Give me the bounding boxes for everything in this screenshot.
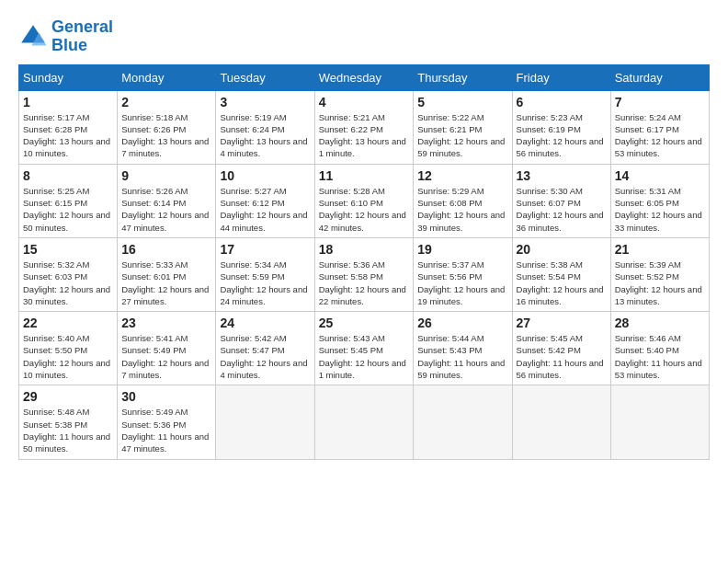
day-number: 27 [517, 316, 607, 330]
calendar-cell: 27Sunrise: 5:45 AMSunset: 5:42 PMDayligh… [512, 312, 610, 385]
day-number: 7 [615, 95, 705, 109]
calendar-cell: 5Sunrise: 5:22 AMSunset: 6:21 PMDaylight… [414, 90, 512, 164]
calendar-cell: 20Sunrise: 5:38 AMSunset: 5:54 PMDayligh… [512, 237, 610, 311]
calendar-header-row: SundayMondayTuesdayWednesdayThursdayFrid… [19, 64, 710, 90]
day-number: 4 [319, 95, 410, 109]
day-number: 10 [220, 168, 310, 183]
calendar-cell: 30Sunrise: 5:49 AMSunset: 5:36 PMDayligh… [118, 385, 216, 459]
day-info: Sunrise: 5:38 AMSunset: 5:54 PMDaylight:… [517, 259, 607, 307]
day-info: Sunrise: 5:24 AMSunset: 6:17 PMDaylight:… [615, 111, 705, 160]
column-header-sunday: Sunday [19, 64, 118, 90]
day-info: Sunrise: 5:26 AMSunset: 6:14 PMDaylight:… [121, 185, 211, 234]
day-number: 24 [220, 316, 310, 330]
day-number: 5 [417, 95, 507, 109]
day-number: 2 [121, 95, 211, 109]
day-info: Sunrise: 5:41 AMSunset: 5:49 PMDaylight:… [121, 332, 211, 381]
day-info: Sunrise: 5:33 AMSunset: 6:01 PMDaylight:… [121, 259, 211, 307]
column-header-thursday: Thursday [414, 64, 512, 90]
calendar-cell: 16Sunrise: 5:33 AMSunset: 6:01 PMDayligh… [118, 237, 216, 311]
day-info: Sunrise: 5:23 AMSunset: 6:19 PMDaylight:… [517, 111, 607, 160]
calendar-cell: 28Sunrise: 5:46 AMSunset: 5:40 PMDayligh… [610, 312, 709, 385]
day-number: 9 [121, 168, 211, 183]
day-number: 17 [220, 242, 310, 257]
day-info: Sunrise: 5:22 AMSunset: 6:21 PMDaylight:… [417, 111, 507, 160]
day-info: Sunrise: 5:31 AMSunset: 6:05 PMDaylight:… [615, 185, 705, 234]
day-info: Sunrise: 5:32 AMSunset: 6:03 PMDaylight:… [23, 259, 113, 307]
column-header-monday: Monday [118, 64, 216, 90]
calendar-cell: 15Sunrise: 5:32 AMSunset: 6:03 PMDayligh… [19, 237, 118, 311]
calendar-cell: 4Sunrise: 5:21 AMSunset: 6:22 PMDaylight… [314, 90, 414, 164]
day-info: Sunrise: 5:30 AMSunset: 6:07 PMDaylight:… [517, 185, 607, 234]
column-header-tuesday: Tuesday [216, 64, 314, 90]
page-header: General Blue [18, 18, 710, 55]
calendar-cell: 25Sunrise: 5:43 AMSunset: 5:45 PMDayligh… [314, 312, 414, 385]
day-info: Sunrise: 5:48 AMSunset: 5:38 PMDaylight:… [23, 406, 113, 454]
day-number: 3 [220, 95, 310, 109]
calendar-cell: 8Sunrise: 5:25 AMSunset: 6:15 PMDaylight… [19, 164, 118, 237]
calendar-cell: 12Sunrise: 5:29 AMSunset: 6:08 PMDayligh… [414, 164, 512, 237]
calendar-week-row: 15Sunrise: 5:32 AMSunset: 6:03 PMDayligh… [19, 237, 710, 311]
calendar-week-row: 22Sunrise: 5:40 AMSunset: 5:50 PMDayligh… [19, 312, 710, 385]
day-number: 29 [23, 389, 113, 404]
calendar-cell: 6Sunrise: 5:23 AMSunset: 6:19 PMDaylight… [512, 90, 610, 164]
day-info: Sunrise: 5:46 AMSunset: 5:40 PMDaylight:… [615, 332, 705, 381]
day-info: Sunrise: 5:17 AMSunset: 6:28 PMDaylight:… [23, 111, 113, 160]
day-number: 19 [417, 242, 507, 257]
calendar-cell: 14Sunrise: 5:31 AMSunset: 6:05 PMDayligh… [610, 164, 709, 237]
calendar-cell: 2Sunrise: 5:18 AMSunset: 6:26 PMDaylight… [118, 90, 216, 164]
day-info: Sunrise: 5:34 AMSunset: 5:59 PMDaylight:… [220, 259, 310, 307]
day-info: Sunrise: 5:19 AMSunset: 6:24 PMDaylight:… [220, 111, 310, 160]
calendar-cell: 11Sunrise: 5:28 AMSunset: 6:10 PMDayligh… [314, 164, 414, 237]
day-number: 14 [615, 168, 705, 183]
calendar-cell: 19Sunrise: 5:37 AMSunset: 5:56 PMDayligh… [414, 237, 512, 311]
day-info: Sunrise: 5:45 AMSunset: 5:42 PMDaylight:… [517, 332, 607, 381]
day-number: 30 [121, 389, 211, 404]
calendar-cell [314, 385, 414, 459]
day-number: 21 [615, 242, 705, 257]
calendar-week-row: 29Sunrise: 5:48 AMSunset: 5:38 PMDayligh… [19, 385, 710, 459]
day-info: Sunrise: 5:37 AMSunset: 5:56 PMDaylight:… [417, 259, 507, 307]
day-info: Sunrise: 5:29 AMSunset: 6:08 PMDaylight:… [417, 185, 507, 234]
day-number: 12 [417, 168, 507, 183]
day-number: 18 [319, 242, 410, 257]
day-info: Sunrise: 5:27 AMSunset: 6:12 PMDaylight:… [220, 185, 310, 234]
calendar-cell: 23Sunrise: 5:41 AMSunset: 5:49 PMDayligh… [118, 312, 216, 385]
calendar-cell: 17Sunrise: 5:34 AMSunset: 5:59 PMDayligh… [216, 237, 314, 311]
calendar-cell: 24Sunrise: 5:42 AMSunset: 5:47 PMDayligh… [216, 312, 314, 385]
calendar-cell: 13Sunrise: 5:30 AMSunset: 6:07 PMDayligh… [512, 164, 610, 237]
calendar-cell: 22Sunrise: 5:40 AMSunset: 5:50 PMDayligh… [19, 312, 118, 385]
calendar-cell: 26Sunrise: 5:44 AMSunset: 5:43 PMDayligh… [414, 312, 512, 385]
calendar-cell: 7Sunrise: 5:24 AMSunset: 6:17 PMDaylight… [610, 90, 709, 164]
day-info: Sunrise: 5:21 AMSunset: 6:22 PMDaylight:… [319, 111, 410, 160]
day-info: Sunrise: 5:25 AMSunset: 6:15 PMDaylight:… [23, 185, 113, 234]
day-number: 16 [121, 242, 211, 257]
calendar-cell: 18Sunrise: 5:36 AMSunset: 5:58 PMDayligh… [314, 237, 414, 311]
day-number: 23 [121, 316, 211, 330]
day-info: Sunrise: 5:39 AMSunset: 5:52 PMDaylight:… [615, 259, 705, 307]
column-header-saturday: Saturday [610, 64, 709, 90]
day-number: 13 [517, 168, 607, 183]
day-info: Sunrise: 5:40 AMSunset: 5:50 PMDaylight:… [23, 332, 113, 381]
day-number: 26 [417, 316, 507, 330]
calendar-week-row: 8Sunrise: 5:25 AMSunset: 6:15 PMDaylight… [19, 164, 710, 237]
calendar-week-row: 1Sunrise: 5:17 AMSunset: 6:28 PMDaylight… [19, 90, 710, 164]
day-number: 20 [517, 242, 607, 257]
day-number: 11 [319, 168, 410, 183]
day-number: 15 [23, 242, 113, 257]
day-info: Sunrise: 5:43 AMSunset: 5:45 PMDaylight:… [319, 332, 410, 381]
calendar-cell [610, 385, 709, 459]
day-info: Sunrise: 5:28 AMSunset: 6:10 PMDaylight:… [319, 185, 410, 234]
calendar-cell: 21Sunrise: 5:39 AMSunset: 5:52 PMDayligh… [610, 237, 709, 311]
day-number: 28 [615, 316, 705, 330]
calendar-cell: 10Sunrise: 5:27 AMSunset: 6:12 PMDayligh… [216, 164, 314, 237]
calendar-cell [216, 385, 314, 459]
day-number: 1 [23, 95, 113, 109]
day-info: Sunrise: 5:36 AMSunset: 5:58 PMDaylight:… [319, 259, 410, 307]
day-info: Sunrise: 5:49 AMSunset: 5:36 PMDaylight:… [121, 406, 211, 454]
day-info: Sunrise: 5:18 AMSunset: 6:26 PMDaylight:… [121, 111, 211, 160]
calendar-table: SundayMondayTuesdayWednesdayThursdayFrid… [18, 64, 710, 460]
day-number: 25 [319, 316, 410, 330]
day-number: 22 [23, 316, 113, 330]
logo-text: General Blue [51, 18, 113, 55]
calendar-cell: 9Sunrise: 5:26 AMSunset: 6:14 PMDaylight… [118, 164, 216, 237]
